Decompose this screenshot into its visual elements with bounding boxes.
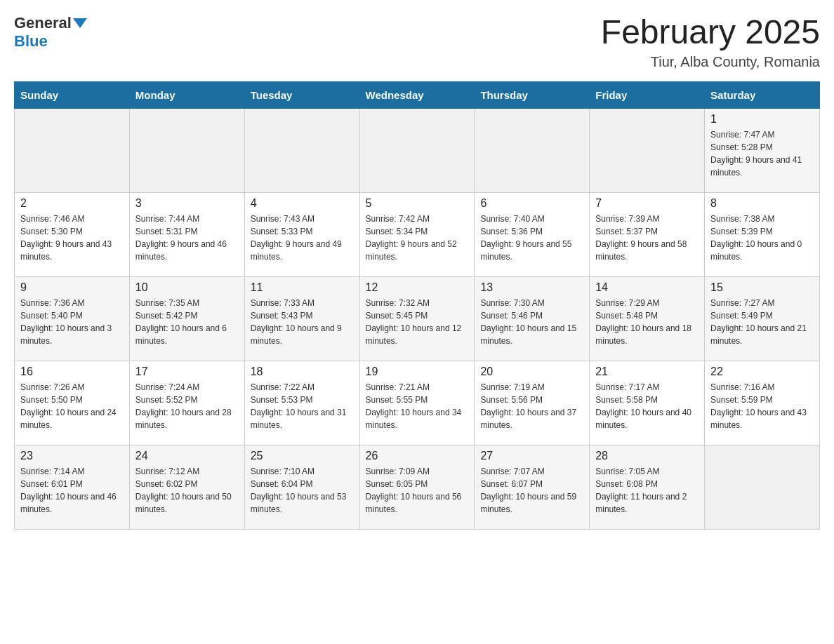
day-cell: 7Sunrise: 7:39 AMSunset: 5:37 PMDaylight… (590, 192, 705, 276)
logo-blue-text: Blue (14, 32, 48, 51)
week-row-5: 23Sunrise: 7:14 AMSunset: 6:01 PMDayligh… (15, 445, 820, 529)
week-row-2: 2Sunrise: 7:46 AMSunset: 5:30 PMDaylight… (15, 192, 820, 276)
day-info: Sunrise: 7:36 AMSunset: 5:40 PMDaylight:… (20, 297, 124, 347)
day-cell: 18Sunrise: 7:22 AMSunset: 5:53 PMDayligh… (244, 361, 359, 445)
day-number: 12 (366, 281, 469, 294)
day-cell: 10Sunrise: 7:35 AMSunset: 5:42 PMDayligh… (129, 276, 244, 361)
week-row-1: 1Sunrise: 7:47 AMSunset: 5:28 PMDaylight… (15, 108, 820, 192)
day-cell (15, 108, 130, 192)
day-cell: 2Sunrise: 7:46 AMSunset: 5:30 PMDaylight… (15, 192, 130, 276)
day-cell: 15Sunrise: 7:27 AMSunset: 5:49 PMDayligh… (705, 276, 820, 361)
page-header: General Blue February 2025 Tiur, Alba Co… (14, 14, 820, 70)
day-info: Sunrise: 7:07 AMSunset: 6:07 PMDaylight:… (480, 465, 583, 516)
day-info: Sunrise: 7:14 AMSunset: 6:01 PMDaylight:… (20, 465, 124, 516)
week-row-4: 16Sunrise: 7:26 AMSunset: 5:50 PMDayligh… (15, 361, 820, 445)
day-cell: 14Sunrise: 7:29 AMSunset: 5:48 PMDayligh… (590, 276, 705, 361)
day-cell: 21Sunrise: 7:17 AMSunset: 5:58 PMDayligh… (590, 361, 705, 445)
day-info: Sunrise: 7:38 AMSunset: 5:39 PMDaylight:… (710, 213, 814, 263)
day-info: Sunrise: 7:21 AMSunset: 5:55 PMDaylight:… (366, 381, 469, 431)
day-number: 15 (710, 281, 814, 294)
day-number: 20 (480, 365, 583, 378)
calendar-title: February 2025 (601, 14, 820, 51)
logo: General Blue (14, 14, 87, 51)
day-number: 28 (595, 450, 699, 462)
title-block: February 2025 Tiur, Alba County, Romania (601, 14, 820, 70)
day-cell: 23Sunrise: 7:14 AMSunset: 6:01 PMDayligh… (15, 445, 130, 529)
day-number: 22 (710, 365, 814, 378)
day-number: 9 (20, 281, 124, 294)
day-info: Sunrise: 7:22 AMSunset: 5:53 PMDaylight:… (251, 381, 354, 431)
header-cell-friday: Friday (590, 81, 705, 108)
day-number: 18 (251, 365, 354, 378)
day-cell (590, 108, 705, 192)
calendar-header: SundayMondayTuesdayWednesdayThursdayFrid… (15, 81, 820, 108)
day-number: 21 (595, 365, 699, 378)
day-number: 3 (135, 197, 239, 210)
day-info: Sunrise: 7:19 AMSunset: 5:56 PMDaylight:… (480, 381, 583, 431)
day-info: Sunrise: 7:32 AMSunset: 5:45 PMDaylight:… (366, 297, 469, 347)
day-cell: 27Sunrise: 7:07 AMSunset: 6:07 PMDayligh… (475, 445, 590, 529)
day-number: 26 (366, 450, 469, 462)
day-number: 7 (595, 197, 699, 210)
day-info: Sunrise: 7:09 AMSunset: 6:05 PMDaylight:… (366, 465, 469, 516)
day-cell: 25Sunrise: 7:10 AMSunset: 6:04 PMDayligh… (244, 445, 359, 529)
day-cell: 8Sunrise: 7:38 AMSunset: 5:39 PMDaylight… (705, 192, 820, 276)
day-number: 25 (251, 450, 354, 462)
day-cell: 20Sunrise: 7:19 AMSunset: 5:56 PMDayligh… (475, 361, 590, 445)
day-cell (705, 445, 820, 529)
day-info: Sunrise: 7:46 AMSunset: 5:30 PMDaylight:… (20, 213, 124, 263)
day-cell (244, 108, 359, 192)
day-number: 23 (20, 450, 124, 462)
day-number: 19 (366, 365, 469, 378)
day-cell: 13Sunrise: 7:30 AMSunset: 5:46 PMDayligh… (475, 276, 590, 361)
day-info: Sunrise: 7:44 AMSunset: 5:31 PMDaylight:… (135, 213, 239, 263)
day-number: 2 (20, 197, 124, 210)
day-cell (359, 108, 475, 192)
day-number: 6 (480, 197, 583, 210)
day-cell: 1Sunrise: 7:47 AMSunset: 5:28 PMDaylight… (705, 108, 820, 192)
day-cell (129, 108, 244, 192)
day-cell: 16Sunrise: 7:26 AMSunset: 5:50 PMDayligh… (15, 361, 130, 445)
day-number: 13 (480, 281, 583, 294)
day-info: Sunrise: 7:39 AMSunset: 5:37 PMDaylight:… (595, 213, 699, 263)
logo-triangle-icon (73, 18, 87, 28)
calendar-body: 1Sunrise: 7:47 AMSunset: 5:28 PMDaylight… (15, 108, 820, 529)
day-number: 8 (710, 197, 814, 210)
day-cell: 9Sunrise: 7:36 AMSunset: 5:40 PMDaylight… (15, 276, 130, 361)
header-cell-thursday: Thursday (475, 81, 590, 108)
calendar-table: SundayMondayTuesdayWednesdayThursdayFrid… (14, 81, 820, 530)
day-cell: 5Sunrise: 7:42 AMSunset: 5:34 PMDaylight… (359, 192, 475, 276)
header-row: SundayMondayTuesdayWednesdayThursdayFrid… (15, 81, 820, 108)
day-info: Sunrise: 7:40 AMSunset: 5:36 PMDaylight:… (480, 213, 583, 263)
day-number: 16 (20, 365, 124, 378)
day-info: Sunrise: 7:27 AMSunset: 5:49 PMDaylight:… (710, 297, 814, 347)
day-number: 11 (251, 281, 354, 294)
day-cell: 28Sunrise: 7:05 AMSunset: 6:08 PMDayligh… (590, 445, 705, 529)
day-info: Sunrise: 7:10 AMSunset: 6:04 PMDaylight:… (251, 465, 354, 516)
day-cell: 3Sunrise: 7:44 AMSunset: 5:31 PMDaylight… (129, 192, 244, 276)
day-info: Sunrise: 7:12 AMSunset: 6:02 PMDaylight:… (135, 465, 239, 516)
day-info: Sunrise: 7:35 AMSunset: 5:42 PMDaylight:… (135, 297, 239, 347)
day-number: 4 (251, 197, 354, 210)
week-row-3: 9Sunrise: 7:36 AMSunset: 5:40 PMDaylight… (15, 276, 820, 361)
day-cell: 17Sunrise: 7:24 AMSunset: 5:52 PMDayligh… (129, 361, 244, 445)
day-info: Sunrise: 7:33 AMSunset: 5:43 PMDaylight:… (251, 297, 354, 347)
day-cell: 26Sunrise: 7:09 AMSunset: 6:05 PMDayligh… (359, 445, 475, 529)
day-info: Sunrise: 7:24 AMSunset: 5:52 PMDaylight:… (135, 381, 239, 431)
day-info: Sunrise: 7:05 AMSunset: 6:08 PMDaylight:… (595, 465, 699, 516)
day-number: 24 (135, 450, 239, 462)
calendar-subtitle: Tiur, Alba County, Romania (601, 54, 820, 70)
logo-general-text: General (14, 14, 72, 32)
header-cell-tuesday: Tuesday (244, 81, 359, 108)
day-info: Sunrise: 7:43 AMSunset: 5:33 PMDaylight:… (251, 213, 354, 263)
day-cell: 19Sunrise: 7:21 AMSunset: 5:55 PMDayligh… (359, 361, 475, 445)
day-cell (475, 108, 590, 192)
header-cell-wednesday: Wednesday (359, 81, 475, 108)
day-cell: 11Sunrise: 7:33 AMSunset: 5:43 PMDayligh… (244, 276, 359, 361)
day-cell: 12Sunrise: 7:32 AMSunset: 5:45 PMDayligh… (359, 276, 475, 361)
day-number: 17 (135, 365, 239, 378)
day-number: 14 (595, 281, 699, 294)
day-info: Sunrise: 7:47 AMSunset: 5:28 PMDaylight:… (710, 128, 814, 179)
day-number: 1 (710, 113, 814, 126)
header-cell-sunday: Sunday (15, 81, 130, 108)
